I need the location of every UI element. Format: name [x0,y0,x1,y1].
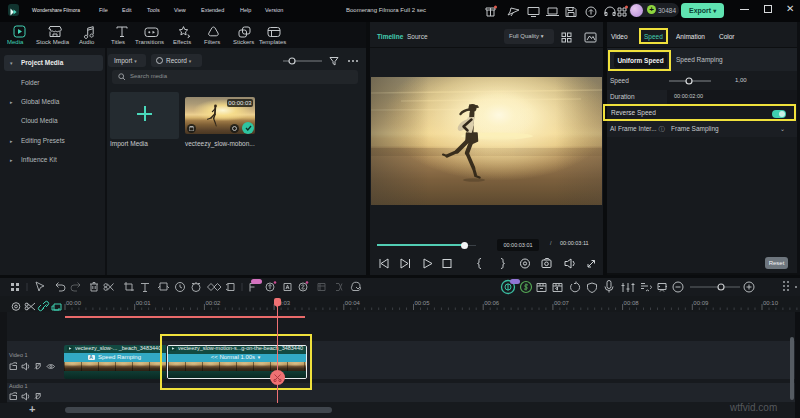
svg-text:00:08: 00:08 [624,300,640,306]
svg-text:00:07: 00:07 [554,300,570,306]
svg-text:00:05: 00:05 [415,300,431,306]
svg-text:00:04: 00:04 [345,300,361,306]
svg-text:00:10: 00:10 [763,300,779,306]
svg-text:00:01: 00:01 [136,300,152,306]
svg-text:00:00: 00:00 [66,300,82,306]
svg-text:00:09: 00:09 [693,300,709,306]
svg-text:00:06: 00:06 [484,300,500,306]
svg-text:00:02: 00:02 [205,300,221,306]
